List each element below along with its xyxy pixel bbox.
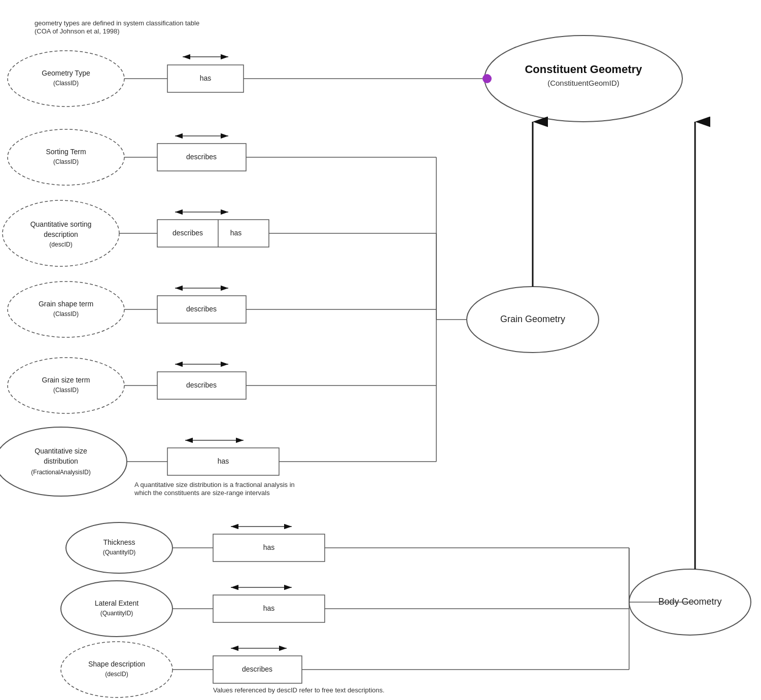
note-quant-line1: A quantitative size distribution is a fr… [134,481,295,488]
geometry-type-sublabel: (ClassID) [53,80,79,87]
sorting-term-sublabel: (ClassID) [53,158,79,165]
constituent-geometry-sublabel: (ConstituentGeomID) [547,79,619,87]
gs-box-label: describes [186,305,217,313]
thick-box-label: has [263,543,275,551]
geometry-type-label: Geometry Type [42,69,90,77]
grain-size-sublabel: (ClassID) [53,387,79,394]
quant-size-label2: distribution [44,457,78,465]
shape-desc-label: Shape description [88,660,145,668]
grain-size-label: Grain size term [42,376,90,384]
note-quant-line2: which the constituents are size-range in… [134,489,270,497]
sorting-term-label: Sorting Term [46,148,86,156]
grain-geometry-label: Grain Geometry [500,314,565,324]
lateral-extent-ellipse [61,581,172,637]
purple-dot [482,74,492,83]
qsd-box-label: has [218,457,229,465]
quant-sorting-label1: Quantitative sorting [30,220,92,228]
note-top-line1: geometry types are defined in system cla… [34,19,199,27]
shape-desc-ellipse [61,642,172,697]
grain-size-ellipse [8,358,124,413]
qs-box-has: has [230,229,242,237]
thickness-sublabel: (QuantityID) [103,549,136,556]
geom-type-box-label: has [200,74,212,82]
note-bottom: Values referenced by descID refer to fre… [213,686,385,694]
constituent-geometry-label: Constituent Geometry [525,63,642,76]
lateral-extent-sublabel: (QuantityID) [100,610,133,617]
sorting-term-ellipse [8,129,124,185]
grain-shape-sublabel: (ClassID) [53,310,79,318]
gsize-box-label: describes [186,381,217,389]
thickness-label: Thickness [103,538,135,546]
quant-sorting-label2: description [44,230,78,238]
grain-shape-ellipse [8,282,124,337]
geometry-type-ellipse [8,51,124,107]
sorting-box-label: describes [186,153,217,161]
lateral-extent-label: Lateral Extent [95,599,139,607]
quant-size-sublabel: (FractionalAnalysisID) [31,469,90,476]
quant-size-label1: Quantitative size [34,447,87,455]
shape-desc-sublabel: (descID) [105,671,128,678]
grain-shape-label: Grain shape term [39,300,93,308]
body-geometry-label: Body Geometry [658,597,721,607]
quant-sorting-sublabel: (descID) [49,241,72,248]
note-top-line2: (COA of Johnson et al, 1998) [34,27,120,35]
lat-box-label: has [263,604,275,612]
sd-box-label: describes [242,665,272,673]
diagram: geometry types are defined in system cla… [0,0,761,700]
qs-box-desc: describes [172,229,203,237]
thickness-ellipse [66,522,172,573]
